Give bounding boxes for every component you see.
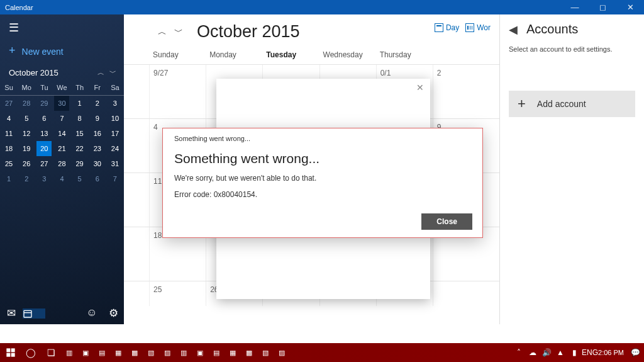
close-window-button[interactable]: ✕ bbox=[616, 3, 644, 12]
error-message-1: We're sorry, but we weren't able to do t… bbox=[174, 174, 471, 183]
taskbar-app-2[interactable]: ▣ bbox=[78, 343, 93, 362]
mini-day-cell[interactable]: 20 bbox=[35, 141, 53, 156]
mini-day-cell[interactable]: 5 bbox=[18, 111, 35, 126]
mini-next-month-icon[interactable]: ﹀ bbox=[109, 68, 116, 77]
svg-rect-3 bbox=[11, 348, 15, 352]
calendar-icon[interactable] bbox=[23, 308, 45, 319]
mini-day-cell[interactable]: 18 bbox=[0, 141, 18, 156]
taskbar-app-1[interactable]: ▥ bbox=[62, 343, 77, 362]
mini-day-cell[interactable]: 17 bbox=[106, 126, 124, 141]
mini-day-cell[interactable]: 4 bbox=[0, 111, 18, 126]
tray-network-icon[interactable]: ▲ bbox=[554, 348, 567, 357]
mini-day-cell[interactable]: 26 bbox=[18, 156, 35, 171]
mini-day-cell[interactable]: 19 bbox=[18, 141, 35, 156]
back-icon[interactable]: ◀ bbox=[509, 23, 518, 37]
mini-day-cell[interactable]: 30 bbox=[53, 96, 70, 111]
mini-calendar[interactable]: SuMoTuWeThFrSa 2728293012345678910111213… bbox=[0, 81, 124, 186]
mini-day-cell[interactable]: 6 bbox=[35, 111, 53, 126]
cortana-search-icon[interactable]: ◯ bbox=[21, 343, 40, 362]
minimize-button[interactable]: — bbox=[561, 3, 589, 12]
mini-day-cell[interactable]: 13 bbox=[35, 126, 53, 141]
taskbar-app-12[interactable]: ▩ bbox=[242, 343, 257, 362]
taskbar-app-3[interactable]: ▤ bbox=[94, 343, 109, 362]
mini-prev-month-icon[interactable]: ︿ bbox=[97, 68, 104, 77]
mini-day-cell[interactable]: 2 bbox=[18, 171, 35, 186]
taskbar-app-9[interactable]: ▣ bbox=[192, 343, 208, 362]
tray-onedrive-icon[interactable]: ☁ bbox=[526, 348, 539, 357]
mini-day-cell[interactable]: 25 bbox=[0, 156, 18, 171]
view-day-button[interactable]: Day bbox=[435, 23, 459, 32]
mini-day-cell[interactable]: 27 bbox=[0, 96, 18, 111]
error-dialog: Something went wrong... Something went w… bbox=[162, 128, 483, 238]
taskbar-app-7[interactable]: ▨ bbox=[160, 343, 175, 362]
mini-day-cell[interactable]: 28 bbox=[53, 156, 70, 171]
taskbar-app-5[interactable]: ▩ bbox=[127, 343, 142, 362]
next-period-icon[interactable]: ﹀ bbox=[172, 26, 186, 38]
mail-icon[interactable]: ✉ bbox=[0, 307, 23, 320]
add-account-button[interactable]: + Add account bbox=[509, 91, 635, 117]
mini-day-cell[interactable]: 10 bbox=[106, 111, 124, 126]
mini-day-cell[interactable]: 8 bbox=[71, 111, 89, 126]
mini-day-cell[interactable]: 16 bbox=[89, 126, 106, 141]
maximize-button[interactable]: ◻ bbox=[589, 3, 616, 12]
tray-battery-icon[interactable]: ▮ bbox=[568, 348, 580, 357]
mini-day-cell[interactable]: 27 bbox=[35, 156, 53, 171]
mini-day-cell[interactable]: 7 bbox=[106, 171, 124, 186]
taskbar-app-8[interactable]: ▥ bbox=[176, 343, 191, 362]
mini-day-cell[interactable]: 1 bbox=[71, 96, 89, 111]
mini-day-cell[interactable]: 29 bbox=[35, 96, 53, 111]
taskbar-app-4[interactable]: ▦ bbox=[111, 343, 126, 362]
taskbar-app-6[interactable]: ▧ bbox=[143, 343, 158, 362]
mini-day-cell[interactable]: 5 bbox=[71, 171, 89, 186]
mini-day-cell[interactable]: 30 bbox=[89, 156, 106, 171]
error-close-button[interactable]: Close bbox=[421, 213, 472, 230]
taskbar-app-10[interactable]: ▤ bbox=[209, 343, 224, 362]
mini-day-cell[interactable]: 3 bbox=[35, 171, 53, 186]
calendar-cell[interactable]: 9/27 bbox=[149, 65, 206, 118]
taskbar-clock[interactable]: 2:06 PM bbox=[596, 349, 628, 356]
action-center-icon[interactable]: 💬 bbox=[629, 348, 641, 357]
sidebar-bottom-bar: ✉ ☺ ⚙ bbox=[0, 302, 124, 324]
mini-day-cell[interactable]: 6 bbox=[89, 171, 106, 186]
mini-day-cell[interactable]: 31 bbox=[106, 156, 124, 171]
mini-day-cell[interactable]: 3 bbox=[106, 96, 124, 111]
calendar-cell[interactable]: 2 bbox=[433, 65, 489, 118]
taskbar-app-13[interactable]: ▧ bbox=[258, 343, 273, 362]
mini-day-cell[interactable]: 1 bbox=[0, 171, 18, 186]
mini-day-cell[interactable]: 22 bbox=[71, 141, 89, 156]
day-name: Thursday bbox=[376, 47, 433, 64]
mini-day-cell[interactable]: 7 bbox=[53, 111, 70, 126]
tray-volume-icon[interactable]: 🔊 bbox=[540, 348, 553, 357]
view-workweek-button[interactable]: Wor bbox=[465, 23, 491, 32]
prev-period-icon[interactable]: ︿ bbox=[155, 26, 169, 38]
task-view-icon[interactable]: ❏ bbox=[42, 343, 60, 362]
calendar-cell[interactable]: 25 bbox=[149, 281, 206, 306]
mini-day-cell[interactable]: 11 bbox=[0, 126, 18, 141]
error-small-title: Something went wrong... bbox=[174, 135, 471, 142]
start-button[interactable] bbox=[1, 343, 20, 362]
mini-day-cell[interactable]: 21 bbox=[53, 141, 70, 156]
new-event-button[interactable]: + New event bbox=[0, 38, 124, 68]
tray-chevron-up-icon[interactable]: ˄ bbox=[513, 348, 525, 357]
mini-day-cell[interactable]: 2 bbox=[89, 96, 106, 111]
mini-day-cell[interactable]: 23 bbox=[89, 141, 106, 156]
mini-day-cell[interactable]: 15 bbox=[71, 126, 89, 141]
mini-day-header: Su bbox=[0, 81, 18, 96]
taskbar-app-14[interactable]: ▨ bbox=[274, 343, 289, 362]
mini-day-cell[interactable]: 29 bbox=[71, 156, 89, 171]
mini-day-cell[interactable]: 12 bbox=[18, 126, 35, 141]
tray-language[interactable]: ENG bbox=[582, 348, 594, 357]
close-icon[interactable]: ✕ bbox=[416, 82, 424, 93]
settings-gear-icon[interactable]: ⚙ bbox=[103, 307, 124, 320]
taskbar-app-11[interactable]: ▦ bbox=[225, 343, 240, 362]
day-name: Tuesday bbox=[262, 47, 319, 64]
mini-day-cell[interactable]: 24 bbox=[106, 141, 124, 156]
hamburger-menu-icon[interactable]: ☰ bbox=[0, 14, 124, 38]
mini-day-cell[interactable]: 9 bbox=[89, 111, 106, 126]
mini-day-cell[interactable]: 4 bbox=[53, 171, 70, 186]
mini-day-cell[interactable]: 14 bbox=[53, 126, 70, 141]
taskbar[interactable]: ◯ ❏ ▥ ▣ ▤ ▦ ▩ ▧ ▨ ▥ ▣ ▤ ▦ ▩ ▧ ▨ ˄ ☁ 🔊 ▲ … bbox=[0, 343, 644, 362]
calendar-cell[interactable] bbox=[433, 281, 489, 306]
mini-day-cell[interactable]: 28 bbox=[18, 96, 35, 111]
feedback-smiley-icon[interactable]: ☺ bbox=[81, 307, 103, 320]
